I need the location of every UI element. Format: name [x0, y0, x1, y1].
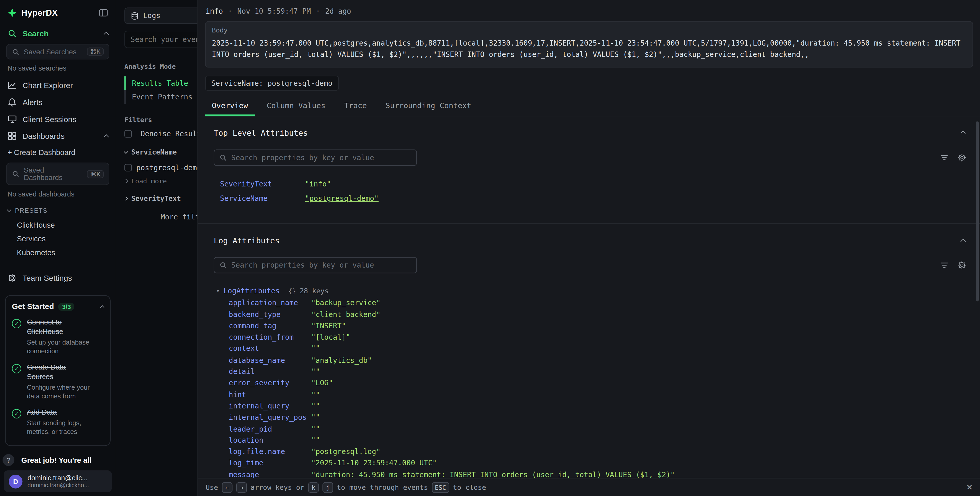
properties-search-box[interactable]	[214, 257, 417, 273]
saved-dashboards-button[interactable]: Saved Dashboards ⌘K	[6, 163, 110, 185]
attribute-key[interactable]: database_name	[229, 354, 312, 366]
service-name-chip[interactable]: ServiceName: postgresql-demo	[205, 75, 339, 90]
root-key[interactable]: LogAttributes	[223, 287, 280, 295]
preset-item-clickhouse[interactable]: ClickHouse	[0, 218, 116, 232]
more-filters-button[interactable]: More filters	[124, 213, 197, 222]
create-dashboard-button[interactable]: + Create Dashboard	[0, 145, 116, 161]
filter-group-servicename[interactable]: ServiceName	[124, 148, 197, 156]
chevron-up-icon[interactable]	[100, 302, 104, 311]
settings-gear-icon[interactable]	[958, 261, 966, 270]
get-started-step[interactable]: ✓ Add Data Start sending logs, metrics, …	[12, 408, 104, 436]
monitor-icon	[8, 114, 17, 124]
attribute-value[interactable]: "2025-11-10 23:59:47.000 UTC"	[311, 458, 437, 469]
user-menu[interactable]: D dominic.tran@clic... dominic.tran@clic…	[4, 470, 112, 492]
attribute-value[interactable]: "postgresql.log"	[311, 446, 380, 458]
sidebar-item-chart-explorer[interactable]: Chart Explorer	[0, 77, 116, 94]
denoise-checkbox[interactable]	[124, 130, 132, 137]
preset-item-services[interactable]: Services	[0, 232, 116, 246]
event-search-input[interactable]	[131, 35, 198, 44]
tab-surrounding-context[interactable]: Surrounding Context	[379, 97, 478, 116]
sidebar-item-search[interactable]: Search	[0, 25, 116, 42]
attribute-key[interactable]: backend_type	[229, 309, 312, 320]
expand-caret-icon[interactable]: ▾	[216, 288, 220, 294]
attribute-key[interactable]: internal_query	[229, 400, 312, 411]
properties-search-input[interactable]	[231, 153, 411, 162]
attribute-value[interactable]: "[local]"	[311, 332, 350, 343]
esc-key: ESC	[431, 482, 449, 493]
attribute-value[interactable]: "analytics_db"	[311, 354, 372, 366]
detail-tabs: Overview Column Values Trace Surrounding…	[198, 90, 980, 116]
close-icon[interactable]: ×	[966, 482, 972, 492]
attribute-key[interactable]: location	[229, 434, 312, 446]
event-search-box[interactable]	[124, 31, 197, 48]
facet-postgresql-demo[interactable]: postgresql-demo	[124, 163, 197, 172]
sidebar-item-alerts[interactable]: Alerts	[0, 94, 116, 111]
sidebar-item-team-settings[interactable]: Team Settings	[0, 270, 116, 287]
chevron-up-icon[interactable]	[105, 29, 108, 38]
attribute-key[interactable]: leader_pid	[229, 423, 312, 434]
attribute-value[interactable]: "backup_service"	[311, 297, 380, 308]
facet-checkbox[interactable]	[124, 164, 132, 171]
load-more-button[interactable]: Load more	[124, 177, 197, 184]
list-filter-icon[interactable]	[940, 261, 949, 270]
chevron-up-icon[interactable]	[105, 132, 108, 140]
mode-event-patterns[interactable]: Event Patterns	[126, 90, 197, 104]
attribute-key[interactable]: message	[229, 469, 312, 478]
source-select[interactable]: Logs	[124, 8, 197, 24]
tab-column-values[interactable]: Column Values	[260, 97, 332, 116]
attribute-value[interactable]: "INSERT"	[311, 320, 346, 332]
attribute-key[interactable]: command_tag	[229, 320, 312, 332]
attribute-value[interactable]: ""	[311, 400, 320, 411]
attribute-key[interactable]: SeverityText	[220, 179, 305, 190]
mode-results-table[interactable]: Results Table	[126, 76, 197, 90]
grid-icon	[8, 131, 17, 140]
attribute-key[interactable]: detail	[229, 366, 312, 377]
attribute-key[interactable]: log_time	[229, 458, 312, 469]
gear-icon	[8, 273, 17, 282]
preset-item-kubernetes[interactable]: Kubernetes	[0, 246, 116, 259]
attribute-key[interactable]: context	[229, 343, 312, 354]
attribute-key[interactable]: application_name	[229, 297, 312, 308]
properties-search-box[interactable]	[214, 149, 417, 166]
attribute-value[interactable]: ""	[311, 366, 320, 377]
attribute-key[interactable]: error_severity	[229, 377, 312, 389]
tab-overview[interactable]: Overview	[205, 97, 255, 116]
get-started-header[interactable]: Get Started 3/3	[12, 302, 104, 311]
attribute-value[interactable]: "LOG"	[311, 377, 333, 389]
saved-searches-button[interactable]: Saved Searches ⌘K	[6, 44, 110, 59]
collapse-sidebar-icon[interactable]	[99, 8, 108, 18]
presets-toggle[interactable]: PRESETS	[0, 203, 116, 218]
scrollbar-thumb[interactable]	[975, 121, 979, 301]
attribute-key[interactable]: internal_query_pos	[229, 412, 312, 423]
search-icon	[12, 170, 19, 178]
attribute-value[interactable]: "postgresql-demo"	[305, 193, 379, 204]
attribute-key[interactable]: connection_from	[229, 332, 312, 343]
attribute-value[interactable]: "duration: 45.950 ms statement: INSERT I…	[311, 469, 675, 478]
denoise-filter[interactable]: Denoise Results	[124, 129, 197, 138]
attribute-value[interactable]: ""	[311, 389, 320, 400]
attribute-key[interactable]: log.file.name	[229, 446, 312, 458]
attribute-value[interactable]: ""	[311, 434, 320, 446]
sidebar-item-client-sessions[interactable]: Client Sessions	[0, 111, 116, 128]
check-circle-icon: ✓	[12, 364, 21, 373]
chevron-up-icon[interactable]	[961, 128, 965, 137]
get-started-step[interactable]: ✓ Connect to ClickHouse Set up your data…	[12, 318, 104, 356]
sidebar-item-dashboards[interactable]: Dashboards	[0, 128, 116, 145]
attribute-value[interactable]: ""	[311, 412, 320, 423]
attribute-value[interactable]: ""	[311, 423, 320, 434]
properties-search-input[interactable]	[231, 261, 411, 270]
tab-trace[interactable]: Trace	[337, 97, 374, 116]
body-content[interactable]: 2025-11-10 23:59:47.000 UTC,postgres,ana…	[212, 38, 966, 61]
chevron-down-icon	[7, 207, 11, 212]
attribute-key[interactable]: hint	[229, 389, 312, 400]
filter-group-severitytext[interactable]: SeverityText	[124, 195, 197, 203]
attribute-value[interactable]: "info"	[305, 179, 331, 190]
get-started-step[interactable]: ✓ Create Data Sources Configure where yo…	[12, 363, 104, 400]
list-filter-icon[interactable]	[940, 153, 949, 162]
attribute-value[interactable]: ""	[311, 343, 320, 354]
help-icon[interactable]: ?	[3, 454, 14, 466]
attribute-value[interactable]: "client backend"	[311, 309, 380, 320]
chevron-up-icon[interactable]	[961, 236, 965, 245]
settings-gear-icon[interactable]	[958, 153, 966, 162]
attribute-key[interactable]: ServiceName	[220, 193, 305, 204]
